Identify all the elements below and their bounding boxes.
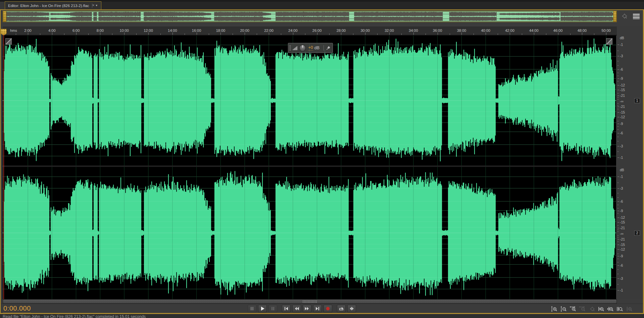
navigator-right-handle[interactable] — [613, 11, 616, 22]
ruler-tick — [197, 33, 197, 35]
zoom-in-time-button[interactable] — [568, 305, 577, 312]
fast-forward-button[interactable] — [303, 305, 311, 312]
ruler-time-label: 40:00 — [481, 28, 490, 33]
ruler-tick — [546, 34, 546, 35]
editor-tab-title: Editor: Elton John - Ice On Fire (826 21… — [8, 4, 89, 8]
ruler-time-label: 2:00 — [24, 28, 31, 33]
gain-value[interactable]: +0 — [308, 45, 313, 51]
record-button[interactable] — [324, 305, 332, 312]
db-tick — [617, 137, 618, 137]
db-scale-channel-1[interactable]: dB-∞-1-1-3-3-6-6-9-9-12-12-15-15-21-21 — [617, 36, 632, 167]
ruler-tick — [233, 34, 233, 35]
ruler-tick — [257, 34, 257, 35]
skip-back-button[interactable] — [282, 305, 291, 312]
db-tick — [617, 107, 619, 107]
db-tick — [617, 205, 618, 205]
db-tick — [617, 274, 618, 274]
volume-bars-icon — [293, 46, 298, 51]
ruler-tick — [377, 34, 378, 35]
db-label: -15 — [620, 110, 625, 114]
db-tick — [617, 290, 619, 291]
zoom-reset-button[interactable] — [587, 305, 596, 312]
playhead-line[interactable] — [3, 35, 4, 299]
zoom-in-right-edge-button[interactable] — [606, 305, 614, 312]
ruler-tick — [88, 34, 89, 35]
stop-button[interactable] — [248, 305, 256, 312]
db-label: -1 — [620, 175, 623, 179]
editor-tab[interactable]: Editor: Elton John - Ice On Fire (826 21… — [5, 1, 101, 9]
db-label: -15 — [620, 88, 625, 92]
zoom-controls — [550, 305, 633, 312]
skip-forward-button[interactable] — [313, 305, 322, 312]
overview-waveform[interactable] — [3, 11, 616, 22]
db-tick — [617, 99, 618, 100]
ruler-time-label: 36:00 — [433, 28, 442, 33]
stop-icon — [249, 306, 255, 312]
zoom-to-selection-button[interactable] — [615, 305, 624, 312]
zoom-out-time-button[interactable] — [578, 305, 586, 312]
hud-grip[interactable] — [289, 45, 291, 51]
db-tick — [617, 238, 618, 238]
ruler-tick — [401, 34, 402, 35]
db-tick — [617, 141, 618, 141]
db-label: -21 — [620, 93, 625, 98]
zoom-out-amplitude-button[interactable] — [559, 305, 567, 312]
ruler-tick — [329, 34, 330, 35]
transport-controls — [248, 305, 356, 312]
db-tick — [617, 109, 618, 109]
play-button[interactable] — [258, 305, 267, 312]
audition-editor-window: Editor: Elton John - Ice On Fire (826 21… — [0, 0, 644, 318]
db-tick — [617, 129, 618, 130]
channel-badge-2[interactable]: 2 — [634, 231, 640, 236]
ruler-tick — [570, 34, 571, 35]
db-tick — [617, 73, 618, 73]
pin-icon[interactable] — [326, 46, 331, 51]
channel-badge-1[interactable]: 1 — [634, 98, 640, 103]
db-tick — [617, 245, 619, 245]
selection-corner-top-left[interactable] — [5, 38, 12, 45]
db-label: -6 — [620, 263, 623, 267]
scrollbar-thumb[interactable] — [3, 300, 616, 303]
time-ruler[interactable]: hms 2:004:006:008:0010:0012:0014:0016:00… — [3, 26, 617, 36]
zoom-navigator-icon[interactable] — [621, 13, 629, 21]
db-scale-channel-2[interactable]: dB-∞-1-1-3-3-6-6-9-9-12-12-15-15-21-21 — [617, 168, 632, 299]
panel-grip[interactable] — [0, 2, 4, 9]
fast-forward-icon — [304, 306, 310, 312]
db-label: -12 — [620, 247, 625, 251]
ruler-time-label: 34:00 — [409, 28, 418, 33]
navigator-left-handle[interactable] — [3, 11, 6, 22]
db-tick — [617, 193, 618, 193]
db-label: -21 — [620, 105, 625, 109]
db-tick — [617, 97, 618, 98]
ruler-tick — [28, 33, 28, 35]
zoom-in-left-edge-button[interactable] — [597, 305, 605, 312]
db-tick — [617, 222, 619, 222]
ruler-tick — [16, 34, 16, 35]
skip-forward-icon — [314, 306, 320, 312]
db-label: -15 — [620, 243, 625, 247]
pause-button[interactable] — [268, 305, 277, 312]
selection-corner-top-right[interactable] — [606, 38, 612, 45]
db-label: -12 — [620, 115, 625, 119]
db-tick — [617, 69, 619, 70]
rewind-button[interactable] — [292, 305, 301, 312]
db-tick — [617, 103, 618, 104]
waveform-display[interactable] — [3, 36, 616, 299]
horizontal-scrollbar[interactable] — [3, 299, 617, 304]
gain-hud[interactable]: +0 dB — [288, 43, 333, 53]
panel-menu-icon[interactable] — [633, 14, 640, 19]
ruler-time-label: 30:00 — [360, 28, 370, 33]
db-tick — [617, 188, 619, 189]
db-tick — [617, 208, 618, 208]
db-label: -1 — [620, 43, 623, 47]
time-display[interactable]: 0:00.000 — [3, 305, 31, 313]
loop-playback-button[interactable] — [337, 305, 346, 312]
db-tick — [617, 230, 618, 230]
ruler-tick — [148, 33, 149, 35]
ruler-tick — [209, 34, 209, 35]
zoom-full-button[interactable] — [625, 305, 633, 312]
skip-selection-button[interactable] — [347, 305, 356, 312]
tab-close-icon[interactable]: × — [91, 3, 96, 8]
zoom-in-amplitude-button[interactable] — [550, 305, 558, 312]
gain-knob[interactable] — [299, 45, 306, 52]
